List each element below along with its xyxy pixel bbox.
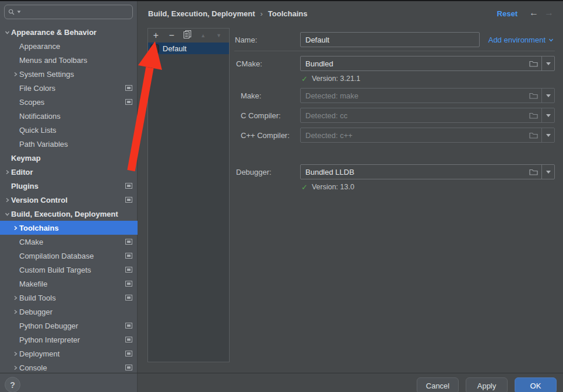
browse-folder-icon[interactable] xyxy=(525,108,541,122)
sidebar-item-label: Appearance & Behavior xyxy=(11,28,97,37)
toolchain-item-label: Default xyxy=(163,44,187,53)
sidebar-item-keymap[interactable]: Keymap xyxy=(0,151,138,165)
sidebar-item-plugins[interactable]: Plugins xyxy=(0,179,138,193)
toolchain-list-item[interactable]: Default xyxy=(148,43,229,54)
sidebar-item-label: Menus and Toolbars xyxy=(19,56,87,65)
add-toolchain-button[interactable]: + xyxy=(148,29,164,43)
sidebar-item-appearance-behavior[interactable]: Appearance & Behavior xyxy=(0,25,138,39)
reset-link[interactable]: Reset xyxy=(497,9,518,18)
sidebar-item-python-interpreter[interactable]: Python Interpreter xyxy=(0,333,138,347)
make-value: Detected: make xyxy=(301,91,525,100)
dropdown-arrow-icon[interactable] xyxy=(542,128,554,142)
chevron-right-icon[interactable] xyxy=(11,349,19,358)
c-compiler-combobox[interactable]: Detected: c++ xyxy=(300,128,555,143)
sidebar-item-editor[interactable]: Editor xyxy=(0,165,138,179)
chevron-spacer xyxy=(3,154,11,162)
project-settings-icon xyxy=(125,281,132,287)
project-settings-icon xyxy=(125,239,132,245)
sidebar-item-build-tools[interactable]: Build Tools xyxy=(0,291,138,305)
c-compiler-combobox[interactable]: Detected: cc xyxy=(300,108,555,123)
chevron-right-icon[interactable] xyxy=(11,224,19,232)
chevron-right-icon[interactable] xyxy=(11,70,19,78)
apply-button[interactable]: Apply xyxy=(466,377,508,392)
sidebar-item-file-colors[interactable]: File Colors xyxy=(0,81,138,95)
chevron-spacer xyxy=(11,42,19,50)
chevron-spacer xyxy=(11,56,19,64)
sidebar-item-label: Custom Build Targets xyxy=(19,266,91,274)
dropdown-arrow-icon[interactable] xyxy=(542,56,554,70)
sidebar-item-label: Path Variables xyxy=(19,140,68,149)
chevron-right-icon[interactable] xyxy=(3,196,11,204)
dropdown-arrow-icon[interactable] xyxy=(542,89,554,103)
browse-folder-icon[interactable] xyxy=(525,165,541,179)
chevron-down-icon[interactable] xyxy=(3,210,11,218)
breadcrumb-page: Toolchains xyxy=(268,9,308,18)
forward-arrow-icon[interactable]: → xyxy=(544,8,554,18)
sidebar-item-path-variables[interactable]: Path Variables xyxy=(0,137,138,151)
settings-tree: Appearance & BehaviorAppearanceMenus and… xyxy=(0,25,138,375)
sidebar-item-debugger[interactable]: Debugger xyxy=(0,305,138,319)
help-button[interactable]: ? xyxy=(5,377,20,392)
chevron-spacer xyxy=(11,322,19,330)
project-settings-icon xyxy=(125,365,132,370)
chevron-right-icon[interactable] xyxy=(11,363,19,372)
chevron-right-icon[interactable] xyxy=(11,294,19,302)
sidebar-item-system-settings[interactable]: System Settings xyxy=(0,67,138,81)
browse-folder-icon[interactable] xyxy=(525,56,541,70)
settings-search-box[interactable] xyxy=(4,5,133,19)
c-compiler-value: Detected: cc xyxy=(301,111,525,120)
chevron-down-icon[interactable] xyxy=(3,28,11,36)
sidebar-item-custom-build-targets[interactable]: Custom Build Targets xyxy=(0,263,138,277)
chevron-spacer xyxy=(11,266,19,274)
sidebar-item-toolchains[interactable]: Toolchains xyxy=(0,221,138,235)
sidebar-item-deployment[interactable]: Deployment xyxy=(0,347,138,361)
success-check-icon: ✓ xyxy=(301,75,308,83)
project-settings-icon xyxy=(125,197,132,203)
sidebar-item-label: Toolchains xyxy=(19,224,59,232)
sidebar-item-makefile[interactable]: Makefile xyxy=(0,277,138,291)
move-down-toolchain-button[interactable]: ▼ xyxy=(211,29,227,43)
dropdown-arrow-icon[interactable] xyxy=(542,108,554,122)
back-arrow-icon[interactable]: ← xyxy=(529,8,539,18)
sidebar-item-menus-and-toolbars[interactable]: Menus and Toolbars xyxy=(0,53,138,67)
search-input[interactable] xyxy=(23,7,129,17)
project-settings-icon xyxy=(125,183,132,189)
sidebar-item-build-execution-deployment[interactable]: Build, Execution, Deployment xyxy=(0,207,138,221)
sidebar-item-label: Console xyxy=(19,363,47,372)
browse-folder-icon[interactable] xyxy=(525,128,541,142)
copy-icon xyxy=(184,30,191,41)
dropdown-arrow-icon[interactable] xyxy=(542,165,554,179)
project-settings-icon xyxy=(125,267,132,273)
cancel-button[interactable]: Cancel xyxy=(417,377,459,392)
sidebar-item-label: CMake xyxy=(19,238,43,246)
ok-button[interactable]: OK xyxy=(515,377,557,392)
settings-content: Build, Execution, Deployment › Toolchain… xyxy=(138,0,563,392)
browse-folder-icon[interactable] xyxy=(525,89,541,103)
chevron-right-icon[interactable] xyxy=(11,308,19,316)
chevron-right-icon[interactable] xyxy=(3,168,11,176)
make-combobox[interactable]: Detected: make xyxy=(300,88,555,103)
name-input[interactable] xyxy=(300,32,480,47)
breadcrumb-section[interactable]: Build, Execution, Deployment xyxy=(148,9,255,18)
default-toolchain-icon xyxy=(150,44,159,53)
chevron-spacer xyxy=(11,238,19,246)
window-top-border xyxy=(0,0,563,1)
sidebar-item-python-debugger[interactable]: Python Debugger xyxy=(0,319,138,333)
move-up-toolchain-button[interactable]: ▲ xyxy=(195,29,211,43)
copy-toolchain-button[interactable] xyxy=(180,29,195,43)
sidebar-item-scopes[interactable]: Scopes xyxy=(0,95,138,109)
sidebar-item-quick-lists[interactable]: Quick Lists xyxy=(0,123,138,137)
sidebar-item-compilation-database[interactable]: Compilation Database xyxy=(0,249,138,263)
version-text: Version: 3.21.1 xyxy=(312,75,360,83)
sidebar-item-cmake[interactable]: CMake xyxy=(0,235,138,249)
sidebar-item-appearance[interactable]: Appearance xyxy=(0,39,138,53)
remove-toolchain-button[interactable]: − xyxy=(164,29,180,43)
sidebar-item-notifications[interactable]: Notifications xyxy=(0,109,138,123)
chevron-spacer xyxy=(3,182,11,190)
sidebar-item-label: Build Tools xyxy=(19,294,56,302)
cmake-value: Bundled xyxy=(301,59,525,68)
sidebar-item-version-control[interactable]: Version Control xyxy=(0,193,138,207)
debugger-combobox[interactable]: Bundled LLDB xyxy=(300,164,555,179)
cmake-combobox[interactable]: Bundled xyxy=(300,56,555,71)
add-environment-link[interactable]: Add environment xyxy=(488,36,554,44)
